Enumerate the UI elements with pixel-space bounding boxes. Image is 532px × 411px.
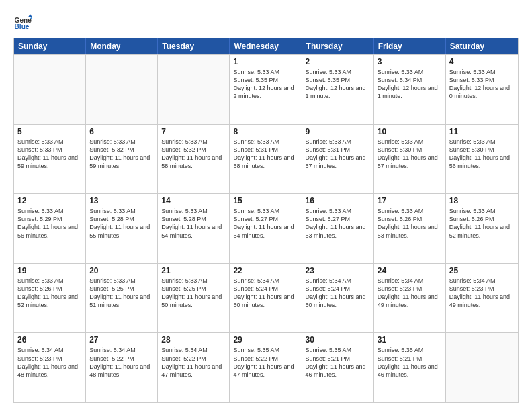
cell-info: Sunrise: 5:33 AM Sunset: 5:26 PM Dayligh…: [378, 207, 442, 240]
day-number: 21: [161, 266, 226, 275]
calendar-day-30: 30Sunrise: 5:35 AM Sunset: 5:21 PM Dayli…: [302, 333, 374, 402]
calendar-day-25: 25Sunrise: 5:34 AM Sunset: 5:23 PM Dayli…: [446, 264, 518, 333]
calendar-day-13: 13Sunrise: 5:33 AM Sunset: 5:28 PM Dayli…: [86, 194, 158, 263]
calendar-day-19: 19Sunrise: 5:33 AM Sunset: 5:26 PM Dayli…: [14, 264, 86, 333]
calendar-day-21: 21Sunrise: 5:33 AM Sunset: 5:25 PM Dayli…: [158, 264, 230, 333]
day-number: 8: [233, 127, 298, 136]
calendar-day-14: 14Sunrise: 5:33 AM Sunset: 5:28 PM Dayli…: [158, 194, 230, 263]
cell-info: Sunrise: 5:35 AM Sunset: 5:21 PM Dayligh…: [378, 346, 442, 379]
day-number: 15: [233, 196, 298, 205]
header-day-thursday: Thursday: [302, 38, 374, 54]
cell-info: Sunrise: 5:33 AM Sunset: 5:25 PM Dayligh…: [161, 277, 226, 310]
calendar-day-12: 12Sunrise: 5:33 AM Sunset: 5:29 PM Dayli…: [14, 194, 86, 263]
cell-info: Sunrise: 5:33 AM Sunset: 5:27 PM Dayligh…: [233, 207, 298, 240]
cell-info: Sunrise: 5:33 AM Sunset: 5:32 PM Dayligh…: [89, 138, 154, 171]
calendar-day-1: 1Sunrise: 5:33 AM Sunset: 5:35 PM Daylig…: [230, 55, 302, 124]
logo-icon: General Blue: [13, 12, 32, 31]
day-number: 17: [378, 196, 442, 205]
header-day-saturday: Saturday: [446, 38, 518, 54]
header-day-wednesday: Wednesday: [230, 38, 302, 54]
calendar-day-15: 15Sunrise: 5:33 AM Sunset: 5:27 PM Dayli…: [230, 194, 302, 263]
day-number: 26: [17, 335, 82, 345]
day-number: 16: [306, 196, 370, 205]
cell-info: Sunrise: 5:33 AM Sunset: 5:34 PM Dayligh…: [378, 68, 442, 101]
day-number: 30: [306, 335, 370, 345]
calendar-day-8: 8Sunrise: 5:33 AM Sunset: 5:31 PM Daylig…: [230, 125, 302, 194]
cell-info: Sunrise: 5:33 AM Sunset: 5:26 PM Dayligh…: [449, 207, 515, 240]
day-number: 27: [89, 335, 154, 345]
day-number: 5: [17, 127, 82, 136]
cell-info: Sunrise: 5:33 AM Sunset: 5:29 PM Dayligh…: [17, 207, 82, 240]
calendar-empty-cell: [446, 333, 518, 402]
header-day-sunday: Sunday: [14, 38, 86, 54]
logo: General Blue: [13, 12, 35, 31]
page-header: General Blue: [13, 12, 519, 31]
calendar-day-9: 9Sunrise: 5:33 AM Sunset: 5:31 PM Daylig…: [302, 125, 374, 194]
cell-info: Sunrise: 5:33 AM Sunset: 5:25 PM Dayligh…: [89, 277, 154, 310]
calendar-day-6: 6Sunrise: 5:33 AM Sunset: 5:32 PM Daylig…: [86, 125, 158, 194]
cell-info: Sunrise: 5:33 AM Sunset: 5:31 PM Dayligh…: [306, 138, 370, 171]
day-number: 7: [161, 127, 226, 136]
day-number: 23: [306, 266, 370, 275]
day-number: 25: [449, 266, 515, 275]
day-number: 11: [449, 127, 515, 136]
calendar-day-5: 5Sunrise: 5:33 AM Sunset: 5:33 PM Daylig…: [14, 125, 86, 194]
calendar-day-20: 20Sunrise: 5:33 AM Sunset: 5:25 PM Dayli…: [86, 264, 158, 333]
day-number: 29: [233, 335, 298, 345]
cell-info: Sunrise: 5:34 AM Sunset: 5:22 PM Dayligh…: [89, 346, 154, 379]
cell-info: Sunrise: 5:33 AM Sunset: 5:33 PM Dayligh…: [449, 68, 515, 101]
calendar-week-1: 1Sunrise: 5:33 AM Sunset: 5:35 PM Daylig…: [14, 54, 518, 124]
day-number: 9: [306, 127, 370, 136]
header-day-friday: Friday: [374, 38, 446, 54]
calendar-day-2: 2Sunrise: 5:33 AM Sunset: 5:35 PM Daylig…: [302, 55, 374, 124]
cell-info: Sunrise: 5:33 AM Sunset: 5:35 PM Dayligh…: [306, 68, 370, 101]
calendar-day-27: 27Sunrise: 5:34 AM Sunset: 5:22 PM Dayli…: [86, 333, 158, 402]
calendar-day-31: 31Sunrise: 5:35 AM Sunset: 5:21 PM Dayli…: [374, 333, 446, 402]
day-number: 6: [89, 127, 154, 136]
day-number: 31: [378, 335, 442, 345]
day-number: 10: [378, 127, 442, 136]
cell-info: Sunrise: 5:33 AM Sunset: 5:30 PM Dayligh…: [449, 138, 515, 171]
calendar-day-4: 4Sunrise: 5:33 AM Sunset: 5:33 PM Daylig…: [446, 55, 518, 124]
cell-info: Sunrise: 5:33 AM Sunset: 5:28 PM Dayligh…: [89, 207, 154, 240]
calendar-body: 1Sunrise: 5:33 AM Sunset: 5:35 PM Daylig…: [14, 54, 518, 402]
calendar-day-22: 22Sunrise: 5:34 AM Sunset: 5:24 PM Dayli…: [230, 264, 302, 333]
cell-info: Sunrise: 5:34 AM Sunset: 5:24 PM Dayligh…: [306, 277, 370, 310]
calendar-empty-cell: [14, 55, 86, 124]
calendar-week-3: 12Sunrise: 5:33 AM Sunset: 5:29 PM Dayli…: [14, 193, 518, 263]
day-number: 14: [161, 196, 226, 205]
calendar-header: SundayMondayTuesdayWednesdayThursdayFrid…: [14, 38, 518, 54]
calendar-week-4: 19Sunrise: 5:33 AM Sunset: 5:26 PM Dayli…: [14, 263, 518, 333]
header-day-monday: Monday: [86, 38, 158, 54]
calendar-empty-cell: [158, 55, 230, 124]
day-number: 20: [89, 266, 154, 275]
cell-info: Sunrise: 5:34 AM Sunset: 5:22 PM Dayligh…: [161, 346, 226, 379]
day-number: 12: [17, 196, 82, 205]
cell-info: Sunrise: 5:33 AM Sunset: 5:30 PM Dayligh…: [378, 138, 442, 171]
cell-info: Sunrise: 5:33 AM Sunset: 5:35 PM Dayligh…: [233, 68, 298, 101]
calendar-day-18: 18Sunrise: 5:33 AM Sunset: 5:26 PM Dayli…: [446, 194, 518, 263]
calendar-day-11: 11Sunrise: 5:33 AM Sunset: 5:30 PM Dayli…: [446, 125, 518, 194]
cell-info: Sunrise: 5:33 AM Sunset: 5:32 PM Dayligh…: [161, 138, 226, 171]
calendar-day-7: 7Sunrise: 5:33 AM Sunset: 5:32 PM Daylig…: [158, 125, 230, 194]
cell-info: Sunrise: 5:34 AM Sunset: 5:23 PM Dayligh…: [17, 346, 82, 379]
calendar-empty-cell: [86, 55, 158, 124]
day-number: 1: [233, 57, 298, 66]
cell-info: Sunrise: 5:33 AM Sunset: 5:28 PM Dayligh…: [161, 207, 226, 240]
cell-info: Sunrise: 5:33 AM Sunset: 5:33 PM Dayligh…: [17, 138, 82, 171]
cell-info: Sunrise: 5:34 AM Sunset: 5:23 PM Dayligh…: [378, 277, 442, 310]
calendar-day-16: 16Sunrise: 5:33 AM Sunset: 5:27 PM Dayli…: [302, 194, 374, 263]
day-number: 4: [449, 57, 515, 66]
calendar-day-28: 28Sunrise: 5:34 AM Sunset: 5:22 PM Dayli…: [158, 333, 230, 402]
calendar-day-17: 17Sunrise: 5:33 AM Sunset: 5:26 PM Dayli…: [374, 194, 446, 263]
calendar: SundayMondayTuesdayWednesdayThursdayFrid…: [13, 38, 519, 403]
calendar-day-29: 29Sunrise: 5:35 AM Sunset: 5:22 PM Dayli…: [230, 333, 302, 402]
cell-info: Sunrise: 5:35 AM Sunset: 5:21 PM Dayligh…: [306, 346, 370, 379]
header-day-tuesday: Tuesday: [158, 38, 230, 54]
calendar-week-5: 26Sunrise: 5:34 AM Sunset: 5:23 PM Dayli…: [14, 332, 518, 402]
day-number: 18: [449, 196, 515, 205]
calendar-day-23: 23Sunrise: 5:34 AM Sunset: 5:24 PM Dayli…: [302, 264, 374, 333]
calendar-day-24: 24Sunrise: 5:34 AM Sunset: 5:23 PM Dayli…: [374, 264, 446, 333]
calendar-day-26: 26Sunrise: 5:34 AM Sunset: 5:23 PM Dayli…: [14, 333, 86, 402]
svg-marker-2: [28, 14, 32, 17]
